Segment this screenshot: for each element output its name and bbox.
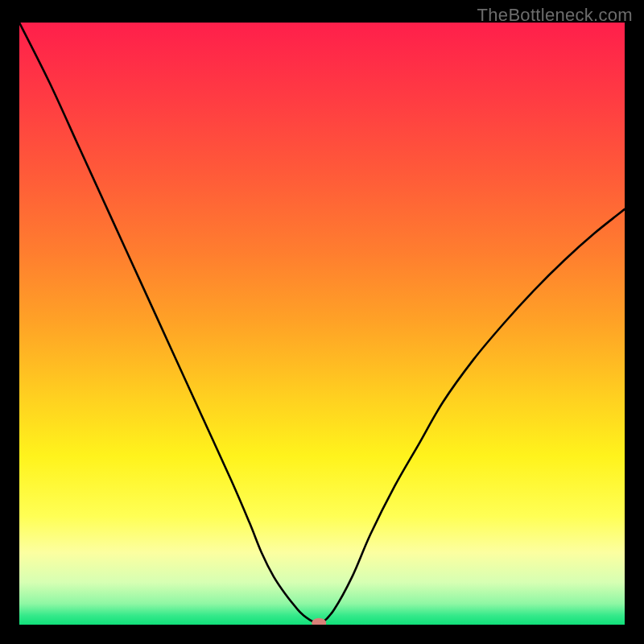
- plot-area: [19, 23, 625, 625]
- chart-frame: TheBottleneck.com: [0, 0, 644, 644]
- gradient-background: [19, 23, 625, 625]
- bottleneck-chart: [19, 23, 625, 625]
- watermark-text: TheBottleneck.com: [477, 5, 633, 26]
